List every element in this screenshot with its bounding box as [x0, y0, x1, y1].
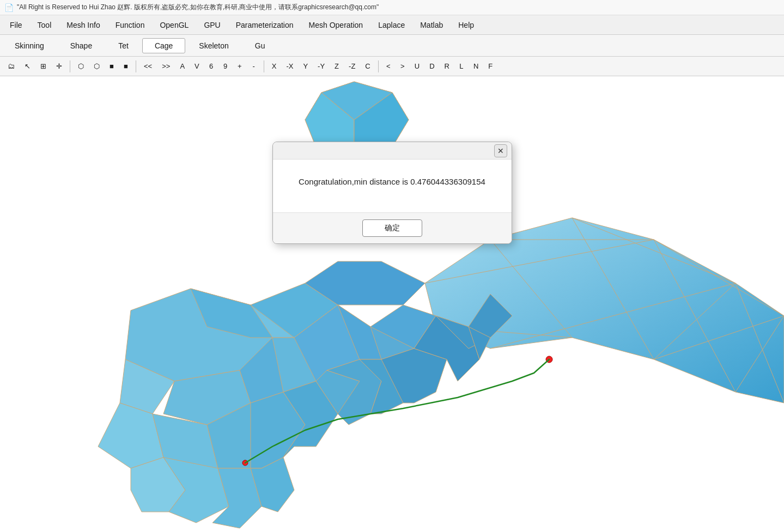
menu-item-gpu[interactable]: GPU	[196, 19, 228, 32]
title-bar: 📄 "All Right is Reserved to Hui Zhao 赵辉.…	[0, 0, 784, 15]
tool-btn-btn-x[interactable]: X	[268, 60, 281, 72]
dialog-body: Congratulation,min distance is 0.4760443…	[273, 160, 512, 212]
dialog-overlay: ✕ Congratulation,min distance is 0.47604…	[0, 76, 784, 532]
menu-item-parameterization[interactable]: Parameterization	[228, 19, 301, 32]
menu-bar: FileToolMesh InfoFunctionOpenGLGPUParame…	[0, 15, 784, 35]
tool-btn-btn-nx[interactable]: -X	[282, 60, 297, 72]
dialog: ✕ Congratulation,min distance is 0.47604…	[272, 142, 512, 244]
menu-item-mesh-info[interactable]: Mesh Info	[59, 19, 107, 32]
dialog-footer: 确定	[273, 212, 512, 243]
tool-btn-btn-gt[interactable]: >	[396, 60, 409, 72]
confirm-button[interactable]: 确定	[362, 219, 422, 237]
secondary-item-skinning[interactable]: Skinning	[2, 38, 57, 53]
tool-btn-select[interactable]: ↖	[20, 60, 35, 72]
tool-btn-btn-n[interactable]: N	[469, 60, 483, 72]
secondary-item-gu[interactable]: Gu	[242, 38, 278, 53]
tool-btn-btn-minus[interactable]: -	[247, 60, 260, 72]
menu-item-file[interactable]: File	[2, 19, 30, 32]
secondary-item-shape[interactable]: Shape	[58, 38, 105, 53]
menu-item-opengl[interactable]: OpenGL	[152, 19, 196, 32]
tool-btn-grid[interactable]: ⊞	[36, 60, 51, 72]
tool-btn-open[interactable]: 🗂	[3, 60, 19, 72]
tool-btn-btn-l[interactable]: L	[455, 60, 468, 72]
tool-btn-btn-u[interactable]: U	[410, 60, 424, 72]
tool-btn-btn-d[interactable]: D	[425, 60, 439, 72]
tool-btn-mesh2[interactable]: ⬡	[89, 60, 104, 72]
title-text: "All Right is Reserved to Hui Zhao 赵辉. 版…	[17, 3, 379, 12]
tool-separator	[264, 60, 264, 72]
tool-btn-next-next[interactable]: >>	[157, 60, 174, 72]
tool-btn-btn-r[interactable]: R	[440, 60, 454, 72]
dialog-title-bar: ✕	[273, 142, 512, 160]
tool-btn-btn-ny[interactable]: -Y	[313, 60, 329, 72]
menu-item-matlab[interactable]: Matlab	[412, 19, 451, 32]
tool-separator	[378, 60, 379, 72]
tool-bar: 🗂↖⊞✛⬡⬡■■<<>>AV69+-X-XY-YZ-ZC<>UDRLNF	[0, 57, 784, 76]
tool-btn-solid1[interactable]: ■	[105, 60, 118, 72]
menu-item-laplace[interactable]: Laplace	[370, 19, 412, 32]
tool-separator	[70, 60, 70, 72]
tool-btn-mesh1[interactable]: ⬡	[74, 60, 88, 72]
menu-item-mesh-operation[interactable]: Mesh Operation	[301, 19, 371, 32]
tool-btn-btn-y[interactable]: Y	[299, 60, 312, 72]
menu-item-tool[interactable]: Tool	[30, 19, 59, 32]
canvas-area: ✕ Congratulation,min distance is 0.47604…	[0, 76, 784, 532]
close-icon: ✕	[497, 146, 504, 155]
tool-btn-move[interactable]: ✛	[52, 60, 66, 72]
tool-btn-btn-9[interactable]: 9	[219, 60, 232, 72]
tool-btn-btn-plus[interactable]: +	[233, 60, 246, 72]
menu-item-help[interactable]: Help	[451, 19, 482, 32]
doc-icon: 📄	[4, 3, 14, 12]
secondary-item-skeleton[interactable]: Skeleton	[186, 38, 241, 53]
tool-separator	[136, 60, 136, 72]
tool-btn-btn-f[interactable]: F	[484, 60, 497, 72]
tool-btn-prev-prev[interactable]: <<	[139, 60, 156, 72]
tool-btn-btn-v[interactable]: V	[190, 60, 204, 72]
tool-btn-btn-nz[interactable]: -Z	[344, 60, 360, 72]
tool-btn-btn-a[interactable]: A	[175, 60, 189, 72]
tool-btn-btn-z[interactable]: Z	[330, 60, 343, 72]
tool-btn-btn-c[interactable]: C	[361, 60, 374, 72]
secondary-bar: SkinningShapeTetCageSkeletonGu	[0, 35, 784, 57]
secondary-item-cage[interactable]: Cage	[142, 38, 185, 53]
secondary-item-tet[interactable]: Tet	[106, 38, 141, 53]
tool-btn-btn-6[interactable]: 6	[205, 60, 218, 72]
dialog-close-button[interactable]: ✕	[494, 144, 507, 157]
dialog-message: Congratulation,min distance is 0.4760443…	[286, 177, 499, 186]
tool-btn-btn-lt[interactable]: <	[382, 60, 395, 72]
tool-btn-solid2[interactable]: ■	[119, 60, 132, 72]
menu-item-function[interactable]: Function	[108, 19, 153, 32]
